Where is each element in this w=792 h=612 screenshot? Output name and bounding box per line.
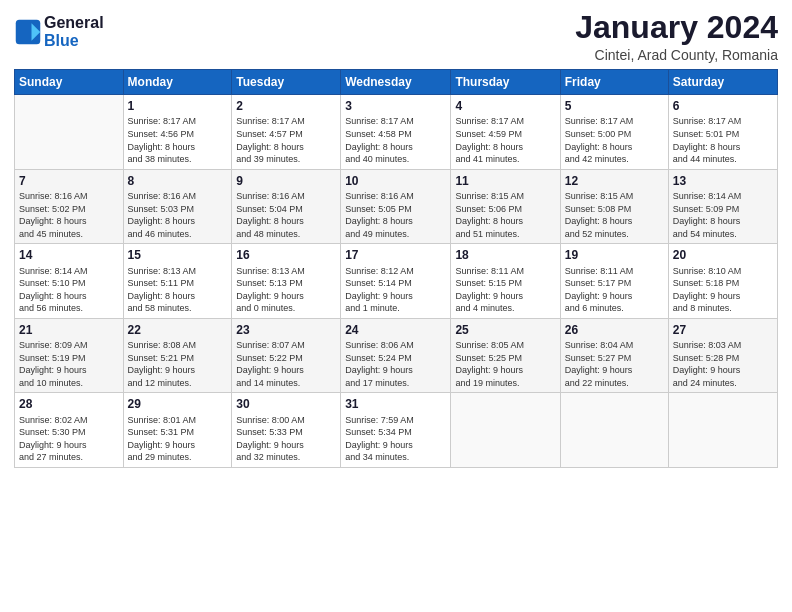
day-info: Sunrise: 8:16 AM Sunset: 5:04 PM Dayligh…: [236, 190, 336, 240]
day-info: Sunrise: 8:14 AM Sunset: 5:10 PM Dayligh…: [19, 265, 119, 315]
day-number: 2: [236, 98, 336, 114]
day-info: Sunrise: 8:00 AM Sunset: 5:33 PM Dayligh…: [236, 414, 336, 464]
calendar-cell: 9Sunrise: 8:16 AM Sunset: 5:04 PM Daylig…: [232, 169, 341, 244]
calendar-cell: 6Sunrise: 8:17 AM Sunset: 5:01 PM Daylig…: [668, 95, 777, 170]
calendar-cell: [451, 393, 560, 468]
calendar-cell: 2Sunrise: 8:17 AM Sunset: 4:57 PM Daylig…: [232, 95, 341, 170]
weekday-header-monday: Monday: [123, 70, 232, 95]
day-number: 27: [673, 322, 773, 338]
day-number: 10: [345, 173, 446, 189]
logo-text-general: General: [44, 14, 104, 32]
day-info: Sunrise: 8:02 AM Sunset: 5:30 PM Dayligh…: [19, 414, 119, 464]
day-info: Sunrise: 8:05 AM Sunset: 5:25 PM Dayligh…: [455, 339, 555, 389]
calendar-cell: [668, 393, 777, 468]
calendar-cell: 25Sunrise: 8:05 AM Sunset: 5:25 PM Dayli…: [451, 318, 560, 393]
calendar-cell: 31Sunrise: 7:59 AM Sunset: 5:34 PM Dayli…: [341, 393, 451, 468]
weekday-header-row: SundayMondayTuesdayWednesdayThursdayFrid…: [15, 70, 778, 95]
day-info: Sunrise: 8:15 AM Sunset: 5:08 PM Dayligh…: [565, 190, 664, 240]
calendar-week-row: 21Sunrise: 8:09 AM Sunset: 5:19 PM Dayli…: [15, 318, 778, 393]
day-info: Sunrise: 7:59 AM Sunset: 5:34 PM Dayligh…: [345, 414, 446, 464]
day-number: 14: [19, 247, 119, 263]
day-info: Sunrise: 8:16 AM Sunset: 5:05 PM Dayligh…: [345, 190, 446, 240]
calendar-week-row: 14Sunrise: 8:14 AM Sunset: 5:10 PM Dayli…: [15, 244, 778, 319]
day-number: 22: [128, 322, 228, 338]
day-number: 9: [236, 173, 336, 189]
day-number: 20: [673, 247, 773, 263]
day-info: Sunrise: 8:17 AM Sunset: 4:59 PM Dayligh…: [455, 115, 555, 165]
calendar-cell: 29Sunrise: 8:01 AM Sunset: 5:31 PM Dayli…: [123, 393, 232, 468]
calendar-cell: 3Sunrise: 8:17 AM Sunset: 4:58 PM Daylig…: [341, 95, 451, 170]
day-number: 12: [565, 173, 664, 189]
day-number: 24: [345, 322, 446, 338]
day-info: Sunrise: 8:17 AM Sunset: 5:00 PM Dayligh…: [565, 115, 664, 165]
day-info: Sunrise: 8:12 AM Sunset: 5:14 PM Dayligh…: [345, 265, 446, 315]
calendar-cell: 23Sunrise: 8:07 AM Sunset: 5:22 PM Dayli…: [232, 318, 341, 393]
day-number: 11: [455, 173, 555, 189]
day-info: Sunrise: 8:09 AM Sunset: 5:19 PM Dayligh…: [19, 339, 119, 389]
calendar-cell: 28Sunrise: 8:02 AM Sunset: 5:30 PM Dayli…: [15, 393, 124, 468]
day-number: 23: [236, 322, 336, 338]
day-info: Sunrise: 8:17 AM Sunset: 5:01 PM Dayligh…: [673, 115, 773, 165]
calendar-cell: 5Sunrise: 8:17 AM Sunset: 5:00 PM Daylig…: [560, 95, 668, 170]
calendar-cell: 21Sunrise: 8:09 AM Sunset: 5:19 PM Dayli…: [15, 318, 124, 393]
day-info: Sunrise: 8:03 AM Sunset: 5:28 PM Dayligh…: [673, 339, 773, 389]
day-info: Sunrise: 8:10 AM Sunset: 5:18 PM Dayligh…: [673, 265, 773, 315]
day-info: Sunrise: 8:13 AM Sunset: 5:11 PM Dayligh…: [128, 265, 228, 315]
day-info: Sunrise: 8:14 AM Sunset: 5:09 PM Dayligh…: [673, 190, 773, 240]
logo-icon: [14, 18, 42, 46]
calendar-cell: 17Sunrise: 8:12 AM Sunset: 5:14 PM Dayli…: [341, 244, 451, 319]
calendar-week-row: 1Sunrise: 8:17 AM Sunset: 4:56 PM Daylig…: [15, 95, 778, 170]
calendar-title: January 2024: [575, 10, 778, 45]
day-number: 15: [128, 247, 228, 263]
weekday-header-sunday: Sunday: [15, 70, 124, 95]
calendar-week-row: 28Sunrise: 8:02 AM Sunset: 5:30 PM Dayli…: [15, 393, 778, 468]
title-block: January 2024 Cintei, Arad County, Romani…: [575, 10, 778, 63]
calendar-cell: 10Sunrise: 8:16 AM Sunset: 5:05 PM Dayli…: [341, 169, 451, 244]
header: General Blue January 2024 Cintei, Arad C…: [14, 10, 778, 63]
calendar-cell: 1Sunrise: 8:17 AM Sunset: 4:56 PM Daylig…: [123, 95, 232, 170]
day-number: 28: [19, 396, 119, 412]
calendar-cell: [15, 95, 124, 170]
calendar-cell: 27Sunrise: 8:03 AM Sunset: 5:28 PM Dayli…: [668, 318, 777, 393]
calendar-cell: 8Sunrise: 8:16 AM Sunset: 5:03 PM Daylig…: [123, 169, 232, 244]
day-number: 19: [565, 247, 664, 263]
calendar-cell: 13Sunrise: 8:14 AM Sunset: 5:09 PM Dayli…: [668, 169, 777, 244]
logo: General Blue: [14, 14, 104, 49]
day-info: Sunrise: 8:06 AM Sunset: 5:24 PM Dayligh…: [345, 339, 446, 389]
calendar-week-row: 7Sunrise: 8:16 AM Sunset: 5:02 PM Daylig…: [15, 169, 778, 244]
calendar-cell: 14Sunrise: 8:14 AM Sunset: 5:10 PM Dayli…: [15, 244, 124, 319]
day-info: Sunrise: 8:17 AM Sunset: 4:57 PM Dayligh…: [236, 115, 336, 165]
day-number: 29: [128, 396, 228, 412]
day-info: Sunrise: 8:07 AM Sunset: 5:22 PM Dayligh…: [236, 339, 336, 389]
calendar-cell: 15Sunrise: 8:13 AM Sunset: 5:11 PM Dayli…: [123, 244, 232, 319]
day-number: 5: [565, 98, 664, 114]
day-number: 25: [455, 322, 555, 338]
day-number: 4: [455, 98, 555, 114]
calendar-cell: 30Sunrise: 8:00 AM Sunset: 5:33 PM Dayli…: [232, 393, 341, 468]
day-info: Sunrise: 8:01 AM Sunset: 5:31 PM Dayligh…: [128, 414, 228, 464]
day-number: 1: [128, 98, 228, 114]
day-number: 26: [565, 322, 664, 338]
day-number: 30: [236, 396, 336, 412]
calendar-cell: 20Sunrise: 8:10 AM Sunset: 5:18 PM Dayli…: [668, 244, 777, 319]
calendar-table: SundayMondayTuesdayWednesdayThursdayFrid…: [14, 69, 778, 468]
day-number: 21: [19, 322, 119, 338]
calendar-cell: 16Sunrise: 8:13 AM Sunset: 5:13 PM Dayli…: [232, 244, 341, 319]
day-number: 6: [673, 98, 773, 114]
calendar-subtitle: Cintei, Arad County, Romania: [575, 47, 778, 63]
day-number: 7: [19, 173, 119, 189]
day-number: 8: [128, 173, 228, 189]
day-info: Sunrise: 8:08 AM Sunset: 5:21 PM Dayligh…: [128, 339, 228, 389]
calendar-cell: 24Sunrise: 8:06 AM Sunset: 5:24 PM Dayli…: [341, 318, 451, 393]
day-number: 17: [345, 247, 446, 263]
day-info: Sunrise: 8:11 AM Sunset: 5:17 PM Dayligh…: [565, 265, 664, 315]
day-info: Sunrise: 8:16 AM Sunset: 5:03 PM Dayligh…: [128, 190, 228, 240]
calendar-cell: 12Sunrise: 8:15 AM Sunset: 5:08 PM Dayli…: [560, 169, 668, 244]
day-info: Sunrise: 8:13 AM Sunset: 5:13 PM Dayligh…: [236, 265, 336, 315]
calendar-cell: 18Sunrise: 8:11 AM Sunset: 5:15 PM Dayli…: [451, 244, 560, 319]
calendar-cell: 4Sunrise: 8:17 AM Sunset: 4:59 PM Daylig…: [451, 95, 560, 170]
day-info: Sunrise: 8:04 AM Sunset: 5:27 PM Dayligh…: [565, 339, 664, 389]
calendar-cell: 7Sunrise: 8:16 AM Sunset: 5:02 PM Daylig…: [15, 169, 124, 244]
calendar-cell: 22Sunrise: 8:08 AM Sunset: 5:21 PM Dayli…: [123, 318, 232, 393]
calendar-cell: [560, 393, 668, 468]
